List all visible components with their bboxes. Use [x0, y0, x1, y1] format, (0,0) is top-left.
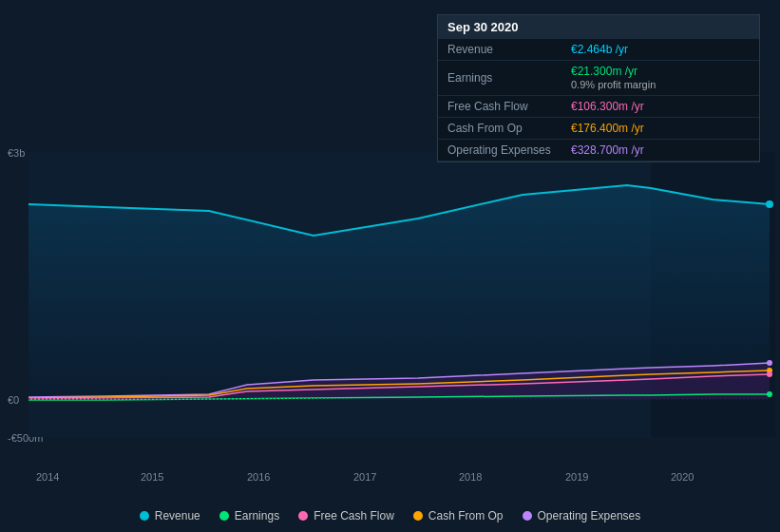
- info-value-revenue: €2.464b /yr: [561, 39, 759, 61]
- chart-area: Sep 30 2020 Revenue €2.464b /yr Earnings…: [0, 0, 780, 532]
- info-row-cashop: Cash From Op €176.400m /yr: [438, 118, 759, 140]
- legend-item-revenue[interactable]: Revenue: [140, 509, 200, 522]
- svg-point-2: [766, 200, 773, 208]
- info-table: Revenue €2.464b /yr Earnings €21.300m /y…: [438, 39, 759, 162]
- info-value-opex: €328.700m /yr: [561, 140, 759, 162]
- legend-dot-revenue: [140, 511, 149, 521]
- info-label-opex: Operating Expenses: [438, 140, 561, 162]
- legend-label-fcf: Free Cash Flow: [314, 509, 394, 522]
- info-value-cashop: €176.400m /yr: [561, 118, 759, 140]
- info-label-fcf: Free Cash Flow: [438, 96, 561, 118]
- legend-item-earnings[interactable]: Earnings: [219, 509, 279, 522]
- info-label-cashop: Cash From Op: [438, 118, 561, 140]
- info-row-earnings: Earnings €21.300m /yr 0.9% profit margin: [438, 61, 759, 96]
- info-box: Sep 30 2020 Revenue €2.464b /yr Earnings…: [437, 14, 760, 162]
- legend-dot-opex: [523, 511, 532, 521]
- legend-label-revenue: Revenue: [155, 509, 200, 522]
- info-title: Sep 30 2020: [438, 15, 759, 39]
- info-value-earnings: €21.300m /yr 0.9% profit margin: [561, 61, 759, 96]
- legend-dot-fcf: [298, 511, 308, 521]
- legend-item-fcf[interactable]: Free Cash Flow: [298, 509, 394, 522]
- svg-point-6: [767, 391, 772, 397]
- svg-point-3: [767, 360, 772, 366]
- legend-item-cashop[interactable]: Cash From Op: [413, 509, 504, 522]
- legend-item-opex[interactable]: Operating Expenses: [523, 509, 641, 522]
- legend-dot-cashop: [413, 511, 423, 521]
- info-label-revenue: Revenue: [438, 39, 561, 61]
- info-row-opex: Operating Expenses €328.700m /yr: [438, 140, 759, 162]
- legend-label-cashop: Cash From Op: [428, 509, 504, 522]
- legend-label-opex: Operating Expenses: [538, 509, 641, 522]
- legend-label-earnings: Earnings: [235, 509, 279, 522]
- info-row-fcf: Free Cash Flow €106.300m /yr: [438, 96, 759, 118]
- info-value-fcf: €106.300m /yr: [561, 96, 759, 118]
- info-row-revenue: Revenue €2.464b /yr: [438, 39, 759, 61]
- legend-dot-earnings: [219, 511, 229, 521]
- svg-point-5: [767, 371, 772, 377]
- legend: Revenue Earnings Free Cash Flow Cash Fro…: [0, 509, 780, 522]
- info-label-earnings: Earnings: [438, 61, 561, 96]
